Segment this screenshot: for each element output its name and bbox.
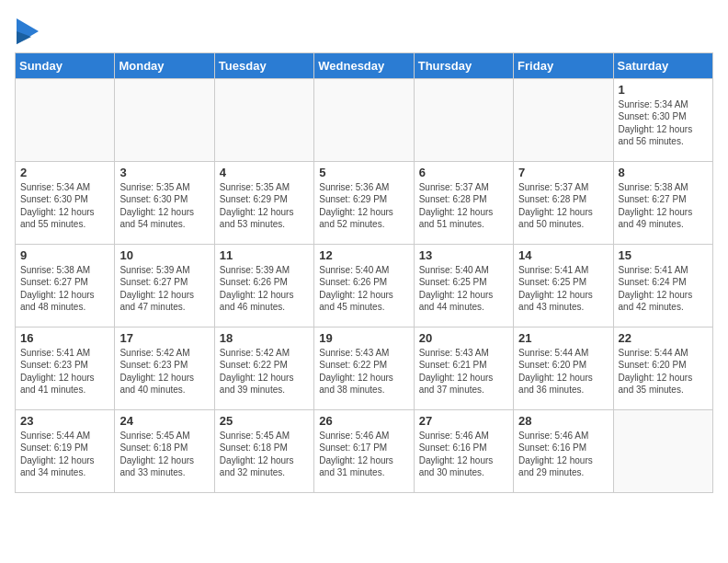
day-info: Sunrise: 5:34 AM Sunset: 6:30 PM Dayligh… [619,98,708,148]
day-number: 9 [20,248,109,262]
days-header-row: SundayMondayTuesdayWednesdayThursdayFrid… [16,52,713,78]
day-number: 2 [20,166,109,179]
day-header-wednesday: Wednesday [314,52,414,78]
logo-text [15,18,39,49]
calendar-cell: 14Sunrise: 5:41 AM Sunset: 6:25 PM Dayli… [514,244,613,327]
day-number: 8 [619,166,708,179]
day-number: 18 [220,331,309,345]
calendar-cell: 10Sunrise: 5:39 AM Sunset: 6:27 PM Dayli… [115,244,214,327]
calendar-cell [214,78,313,161]
calendar-cell: 8Sunrise: 5:38 AM Sunset: 6:27 PM Daylig… [613,161,712,244]
calendar-cell: 21Sunrise: 5:44 AM Sunset: 6:20 PM Dayli… [514,327,613,409]
calendar-cell [514,78,613,161]
calendar-cell [414,78,513,161]
day-header-friday: Friday [514,52,613,78]
day-number: 16 [20,331,109,345]
calendar-cell: 17Sunrise: 5:42 AM Sunset: 6:23 PM Dayli… [115,327,214,409]
calendar-cell [16,78,115,161]
calendar-cell: 12Sunrise: 5:40 AM Sunset: 6:26 PM Dayli… [314,244,414,327]
calendar-cell: 4Sunrise: 5:35 AM Sunset: 6:29 PM Daylig… [214,161,313,244]
day-info: Sunrise: 5:35 AM Sunset: 6:30 PM Dayligh… [119,181,209,231]
day-info: Sunrise: 5:43 AM Sunset: 6:22 PM Dayligh… [319,347,408,396]
calendar-cell: 20Sunrise: 5:43 AM Sunset: 6:21 PM Dayli… [414,327,513,409]
calendar-cell: 2Sunrise: 5:34 AM Sunset: 6:30 PM Daylig… [16,161,115,244]
day-number: 10 [119,248,209,262]
calendar-cell: 24Sunrise: 5:45 AM Sunset: 6:18 PM Dayli… [115,409,214,492]
day-number: 3 [119,166,209,179]
day-number: 4 [220,166,309,179]
day-number: 12 [319,248,408,262]
calendar-cell: 9Sunrise: 5:38 AM Sunset: 6:27 PM Daylig… [16,244,115,327]
day-number: 23 [20,414,109,428]
day-number: 21 [518,331,608,345]
calendar-week-3: 9Sunrise: 5:38 AM Sunset: 6:27 PM Daylig… [16,244,713,327]
day-info: Sunrise: 5:46 AM Sunset: 6:16 PM Dayligh… [419,430,508,479]
day-number: 11 [220,248,309,262]
day-info: Sunrise: 5:40 AM Sunset: 6:25 PM Dayligh… [419,264,508,314]
day-info: Sunrise: 5:38 AM Sunset: 6:27 PM Dayligh… [20,264,109,314]
day-info: Sunrise: 5:38 AM Sunset: 6:27 PM Dayligh… [619,181,708,231]
day-number: 14 [518,248,608,262]
day-info: Sunrise: 5:46 AM Sunset: 6:16 PM Dayligh… [518,430,608,479]
calendar-cell [115,78,214,161]
day-number: 6 [419,166,508,179]
day-info: Sunrise: 5:36 AM Sunset: 6:29 PM Dayligh… [319,181,408,231]
calendar-week-4: 16Sunrise: 5:41 AM Sunset: 6:23 PM Dayli… [16,327,713,409]
calendar-cell: 19Sunrise: 5:43 AM Sunset: 6:22 PM Dayli… [314,327,414,409]
day-info: Sunrise: 5:34 AM Sunset: 6:30 PM Dayligh… [20,181,109,231]
day-info: Sunrise: 5:39 AM Sunset: 6:26 PM Dayligh… [220,264,309,314]
day-info: Sunrise: 5:44 AM Sunset: 6:19 PM Dayligh… [20,430,109,479]
calendar-week-2: 2Sunrise: 5:34 AM Sunset: 6:30 PM Daylig… [16,161,713,244]
day-number: 20 [419,331,508,345]
day-info: Sunrise: 5:41 AM Sunset: 6:23 PM Dayligh… [20,347,109,396]
logo-icon [17,18,39,44]
calendar-cell: 1Sunrise: 5:34 AM Sunset: 6:30 PM Daylig… [613,78,712,161]
calendar-cell: 23Sunrise: 5:44 AM Sunset: 6:19 PM Dayli… [16,409,115,492]
day-info: Sunrise: 5:42 AM Sunset: 6:22 PM Dayligh… [220,347,309,396]
calendar-cell: 15Sunrise: 5:41 AM Sunset: 6:24 PM Dayli… [613,244,712,327]
day-number: 27 [419,414,508,428]
day-info: Sunrise: 5:39 AM Sunset: 6:27 PM Dayligh… [119,264,209,314]
day-info: Sunrise: 5:44 AM Sunset: 6:20 PM Dayligh… [619,347,708,396]
day-header-monday: Monday [115,52,214,78]
calendar-table: SundayMondayTuesdayWednesdayThursdayFrid… [15,52,713,493]
day-info: Sunrise: 5:44 AM Sunset: 6:20 PM Dayligh… [518,347,608,396]
calendar-cell: 5Sunrise: 5:36 AM Sunset: 6:29 PM Daylig… [314,161,414,244]
page-header [15,15,713,49]
calendar-cell: 11Sunrise: 5:39 AM Sunset: 6:26 PM Dayli… [214,244,313,327]
day-number: 17 [119,331,209,345]
calendar-cell [314,78,414,161]
day-number: 7 [518,166,608,179]
day-number: 15 [619,248,708,262]
day-number: 26 [319,414,408,428]
day-header-tuesday: Tuesday [214,52,313,78]
calendar-cell: 27Sunrise: 5:46 AM Sunset: 6:16 PM Dayli… [414,409,513,492]
day-number: 13 [419,248,508,262]
calendar-cell: 25Sunrise: 5:45 AM Sunset: 6:18 PM Dayli… [214,409,313,492]
day-info: Sunrise: 5:45 AM Sunset: 6:18 PM Dayligh… [119,430,209,479]
calendar-cell: 22Sunrise: 5:44 AM Sunset: 6:20 PM Dayli… [613,327,712,409]
day-number: 24 [119,414,209,428]
day-number: 22 [619,331,708,345]
day-number: 25 [220,414,309,428]
calendar-cell: 18Sunrise: 5:42 AM Sunset: 6:22 PM Dayli… [214,327,313,409]
day-info: Sunrise: 5:37 AM Sunset: 6:28 PM Dayligh… [419,181,508,231]
day-info: Sunrise: 5:43 AM Sunset: 6:21 PM Dayligh… [419,347,508,396]
calendar-cell: 28Sunrise: 5:46 AM Sunset: 6:16 PM Dayli… [514,409,613,492]
day-info: Sunrise: 5:41 AM Sunset: 6:24 PM Dayligh… [619,264,708,314]
calendar-week-5: 23Sunrise: 5:44 AM Sunset: 6:19 PM Dayli… [16,409,713,492]
day-number: 1 [619,83,708,97]
calendar-cell: 6Sunrise: 5:37 AM Sunset: 6:28 PM Daylig… [414,161,513,244]
calendar-cell: 7Sunrise: 5:37 AM Sunset: 6:28 PM Daylig… [514,161,613,244]
calendar-cell: 26Sunrise: 5:46 AM Sunset: 6:17 PM Dayli… [314,409,414,492]
day-number: 19 [319,331,408,345]
day-info: Sunrise: 5:46 AM Sunset: 6:17 PM Dayligh… [319,430,408,479]
day-info: Sunrise: 5:41 AM Sunset: 6:25 PM Dayligh… [518,264,608,314]
day-header-sunday: Sunday [16,52,115,78]
day-info: Sunrise: 5:45 AM Sunset: 6:18 PM Dayligh… [220,430,309,479]
calendar-cell: 13Sunrise: 5:40 AM Sunset: 6:25 PM Dayli… [414,244,513,327]
day-header-thursday: Thursday [414,52,513,78]
day-number: 28 [518,414,608,428]
day-info: Sunrise: 5:35 AM Sunset: 6:29 PM Dayligh… [220,181,309,231]
calendar-cell [613,409,712,492]
